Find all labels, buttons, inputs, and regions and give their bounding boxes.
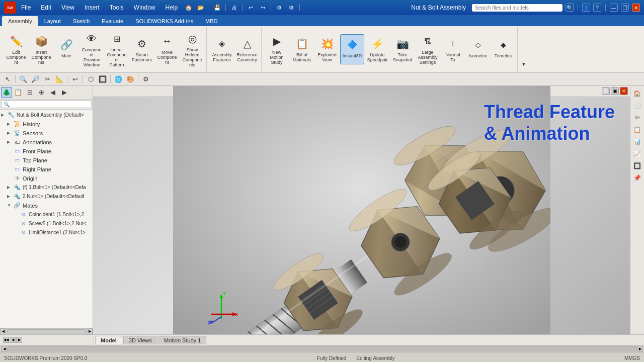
reference-geometry-button[interactable]: △ ReferenceGeometry (235, 33, 259, 65)
ft-scroll-left[interactable]: ◀ (0, 328, 6, 334)
menu-tools[interactable]: Tools (108, 3, 126, 12)
linear-component-button[interactable]: ⊞ Linear ComponentPattern (105, 28, 129, 70)
tab-model[interactable]: Model (95, 336, 122, 344)
search-button[interactable]: 🔍 (566, 4, 574, 12)
instant3d-button[interactable]: 🔷 Instant3D (340, 34, 364, 64)
rp-home[interactable]: 🏠 (632, 88, 643, 99)
rp-chart[interactable]: 📊 (632, 136, 643, 147)
ft-forward-btn[interactable]: ▶ (59, 87, 70, 98)
ft-item-annotations[interactable]: ▶ 🏷 Annotations (0, 138, 93, 147)
update-speedpak-button[interactable]: ⚡ UpdateSpeedpak (365, 33, 389, 65)
tb2-zoom-to-selection[interactable]: 🔎 (30, 73, 41, 84)
large-assembly-button[interactable]: 🏗 LargeAssemblySettings (416, 31, 440, 68)
ft-property-btn[interactable]: 📋 (13, 87, 24, 98)
tab-motion-study[interactable]: Motion Study 1 (158, 336, 206, 344)
tb2-selection[interactable]: ↖ (2, 73, 13, 84)
qa-save[interactable]: 💾 (212, 3, 222, 12)
tab-evaluate[interactable]: Evaluate (96, 16, 129, 26)
menu-file[interactable]: File (19, 3, 33, 12)
close-button[interactable]: ✕ (632, 4, 640, 12)
qa-new[interactable]: 🏠 (184, 3, 194, 12)
user-button[interactable]: 👤 (582, 4, 590, 12)
tab-swaddins[interactable]: SOLIDWORKS Add-Ins (129, 16, 199, 26)
ft-item-limitdistance1[interactable]: ⊙ LimitDistance1 (2.Nut<1> (0, 228, 93, 237)
ft-item-mates[interactable]: ▼ 🔗 Mates (0, 201, 93, 210)
ft-item-front-plane[interactable]: ▭ Front Plane (0, 147, 93, 156)
menu-insert[interactable]: Insert (83, 3, 102, 12)
show-hidden-button[interactable]: ◎ ShowHiddenComponents (180, 28, 204, 70)
help-button[interactable]: ? (593, 4, 601, 12)
ft-back-btn[interactable]: ◀ (47, 87, 58, 98)
tb2-previous-view[interactable]: ↩ (69, 73, 80, 84)
viewport-restore[interactable]: ⬜ (602, 87, 610, 95)
ft-item-screw5[interactable]: ⊙ Screw5 (1.Bolt<1>,2.Nut< (0, 219, 93, 228)
tab-mbd[interactable]: MBD (199, 16, 223, 26)
qa-undo[interactable]: ↩ (246, 3, 256, 12)
menu-help[interactable]: Help (164, 3, 180, 12)
menu-edit[interactable]: Edit (39, 3, 53, 12)
rp-clipboard[interactable]: 📋 (632, 124, 643, 135)
h-scroll-right[interactable]: ▶ (637, 346, 643, 352)
tb2-view-orient[interactable]: 📐 (54, 73, 65, 84)
smart-fasteners-button[interactable]: ⚙ SmartFasteners (130, 33, 154, 65)
isometric-button[interactable]: ◇ Isometric (466, 34, 490, 64)
rp-pin[interactable]: 📌 (632, 172, 643, 184)
insert-components-button[interactable]: 📦 InsertComponents (29, 31, 53, 68)
tab-assembly[interactable]: Assembly (2, 16, 38, 26)
ft-item-nut[interactable]: ▶ 🔩 2.Nut<1> (Default<<Default (0, 192, 93, 201)
tb2-appearances[interactable]: 🌐 (113, 73, 124, 84)
qa-options[interactable]: ⚙ (286, 3, 296, 12)
bill-materials-button[interactable]: 📋 Bill ofMaterials (290, 33, 314, 65)
qa-print[interactable]: 🖨 (229, 3, 239, 12)
ft-item-origin[interactable]: ✚ Origin (0, 174, 93, 183)
ft-item-right-plane[interactable]: ▭ Right Plane (0, 165, 93, 174)
tb2-display-style[interactable]: ⬡ (85, 73, 96, 84)
tab-layout[interactable]: Layout (38, 16, 67, 26)
restore-button[interactable]: ❐ (621, 4, 629, 12)
qa-redo[interactable]: ↪ (258, 3, 268, 12)
3d-viewport[interactable]: ⬜ ▣ ✕ (93, 86, 630, 334)
rp-grid[interactable]: 🔲 (632, 160, 643, 171)
minimize-button[interactable]: — (610, 4, 618, 12)
tb2-realview[interactable]: 🎨 (125, 73, 136, 84)
ft-item-history[interactable]: ▶ 📜 History (0, 120, 93, 129)
tab-sketch[interactable]: Sketch (67, 16, 96, 26)
ft-item-sensors[interactable]: ▶ 📡 Sensors (0, 129, 93, 138)
ft-horizontal-scroll[interactable]: ◀ ▶ (0, 328, 93, 334)
rp-graph[interactable]: 📈 (632, 148, 643, 159)
ft-dimxpert-btn[interactable]: ⊕ (36, 87, 47, 98)
h-scroll-left[interactable]: ◀ (1, 346, 7, 352)
normal-to-button[interactable]: ⊥ NormalTo (441, 33, 465, 65)
mate-button[interactable]: 🔗 Mate (54, 34, 78, 64)
trimetric-button[interactable]: ◆ Trimetric (491, 34, 515, 64)
component-preview-button[interactable]: 👁 ComponentPreviewWindow (79, 28, 104, 70)
edit-component-button[interactable]: ✏️ EditComponent (4, 31, 28, 68)
ft-scroll-right[interactable]: ▶ (87, 328, 93, 334)
tab-3d-views[interactable]: 3D Views (123, 336, 157, 344)
new-motion-study-button[interactable]: ▶ NewMotionStudy (265, 31, 289, 68)
rp-rectangle[interactable]: ⬜ (632, 100, 643, 111)
qa-rebuild[interactable]: ⚙ (274, 3, 284, 12)
assembly-features-button[interactable]: ◈ AssemblyFeatures (210, 33, 234, 65)
take-snapshot-button[interactable]: 📷 TakeSnapshot (390, 33, 415, 65)
horizontal-scrollbar[interactable]: ◀ ▶ (0, 345, 644, 352)
ft-item-top-plane[interactable]: ▭ Top Plane (0, 156, 93, 165)
ft-item-bolt[interactable]: ▶ 🔩 (f) 1.Bolt<1> (Default<<Defa (0, 183, 93, 192)
move-component-button[interactable]: ↔ MoveComponent (155, 31, 179, 68)
tb2-section-view[interactable]: ✂ (42, 73, 53, 84)
ft-filter-input[interactable] (1, 101, 92, 108)
tb2-settings[interactable]: ⚙ (140, 73, 151, 84)
viewport-maximize[interactable]: ▣ (611, 87, 619, 95)
rp-pencil[interactable]: ✏ (632, 112, 643, 123)
menu-view[interactable]: View (59, 3, 76, 12)
ft-nav-first[interactable]: ◀◀ (3, 337, 9, 343)
ft-nav-prev[interactable]: ◀ (10, 337, 16, 343)
qa-open[interactable]: 📂 (196, 3, 206, 12)
viewport-close[interactable]: ✕ (620, 87, 628, 95)
tb2-zoom-to-fit[interactable]: 🔍 (18, 73, 29, 84)
exploded-view-button[interactable]: 💥 ExplodedView (315, 33, 339, 65)
ft-item-coincident1[interactable]: ⊙ Coincident1 (1.Bolt<1>,2. (0, 210, 93, 219)
ft-item-assembly[interactable]: ▶ 🔧 Nut & Bolt Assembly (Default< (0, 111, 93, 120)
search-input[interactable] (472, 4, 562, 12)
ft-config-btn[interactable]: ⊞ (24, 87, 35, 98)
